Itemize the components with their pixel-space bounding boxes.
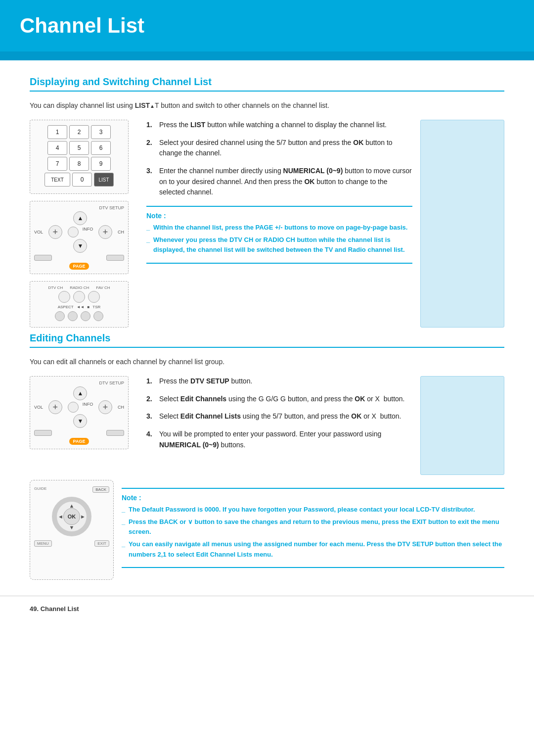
step1-1-text: Press the LIST button while watching a c…: [159, 120, 387, 131]
vol-label: VOL: [34, 230, 43, 235]
skip-label: ◄◄: [77, 305, 85, 309]
ok-nav-ring: ▲ ▼ ◄ ► OK: [52, 497, 91, 536]
section2-intro: You can edit all channels or each channe…: [30, 357, 504, 367]
step-num-1: 1.: [146, 120, 155, 131]
info-btn2: [68, 402, 79, 413]
info-label: INFO: [83, 227, 93, 237]
footer-text: 49. Channel List: [30, 605, 79, 613]
back-btn: BACK: [92, 486, 109, 493]
section1-steps: 1. Press the LIST button while watching …: [146, 120, 412, 328]
page-button: PAGE: [69, 263, 89, 270]
menu-btn: MENU: [34, 540, 52, 547]
up-arrow: ▲: [69, 503, 75, 509]
tsr-label: TSR: [92, 305, 100, 309]
remote-nav1: DTV SETUP VOL + ▲ INFO ▼ +: [30, 201, 129, 274]
skip-btn: [68, 311, 78, 321]
key-7: 7: [47, 157, 67, 171]
note-item-1-2: Whenever you press the DTV CH or RADIO C…: [146, 235, 412, 255]
key-9: 9: [91, 157, 111, 171]
section2-steps: 1. Press the DTV SETUP button. 2. Select…: [146, 376, 412, 475]
step2-num-4: 4.: [146, 429, 155, 450]
step1-1: 1. Press the LIST button while watching …: [146, 120, 412, 131]
nav-plus-right2: +: [98, 400, 112, 414]
footer: 49. Channel List: [0, 596, 534, 621]
aspect-label: ASPECT: [58, 305, 74, 309]
section1-note: Note : Within the channel list, press th…: [146, 206, 412, 263]
fav-ch-label: FAV CH: [96, 285, 110, 290]
dtv-setup-label2: DTV SETUP: [34, 380, 124, 385]
nav-plus-left: +: [48, 225, 62, 239]
nav-rect-left2: [34, 430, 52, 436]
fav-ch-btn: [88, 291, 100, 303]
tsr-btn: [93, 311, 103, 321]
header: Channel List: [0, 0, 534, 51]
step2-2-text: Select Edit Channels using the G G/G G b…: [159, 394, 405, 405]
exit-btn: EXIT: [94, 540, 109, 547]
radio-ch-btn: [73, 291, 85, 303]
step2-4-text: You will be prompted to enter your passw…: [159, 429, 412, 450]
rec-label: ■: [88, 305, 90, 309]
section1: Displaying and Switching Channel List Yo…: [30, 76, 504, 328]
remote-chbtns: DTV CH RADIO CH FAV CH ASPECT ◄◄ ■ TSR: [30, 281, 129, 328]
step2-num-2: 2.: [146, 394, 155, 405]
step2-num-3: 3.: [146, 411, 155, 422]
remote-images-col1: 1 2 3 4 5 6 7 8 9 TEXT: [30, 120, 138, 328]
blue-placeholder-2: [420, 376, 504, 475]
step2-num-1: 1.: [146, 376, 155, 387]
ch-label: CH: [118, 230, 124, 235]
vol-label2: VOL: [34, 405, 43, 410]
step-num-3: 3.: [146, 166, 155, 198]
page-button2: PAGE: [69, 438, 89, 445]
section1-heading: Displaying and Switching Channel List: [30, 76, 504, 92]
step2-1-text: Press the DTV SETUP button.: [159, 376, 252, 387]
nav-rect-right2: [106, 430, 124, 436]
step2-2: 2. Select Edit Channels using the G G/G …: [146, 394, 412, 405]
section1-intro: You can display channel list using LIST▲…: [30, 100, 504, 111]
dtv-ch-btn: [58, 291, 70, 303]
remote-numpad: 1 2 3 4 5 6 7 8 9 TEXT: [30, 120, 129, 194]
nav-down2: ▼: [73, 414, 87, 428]
step1-2: 2. Select your desired channel using the…: [146, 138, 412, 159]
step1-3: 3. Enter the channel number directly usi…: [146, 166, 412, 198]
guide-label: GUIDE: [34, 486, 46, 493]
nav-down: ▼: [73, 239, 87, 253]
dtv-ch-label: DTV CH: [48, 285, 63, 290]
key-list: LIST: [94, 173, 114, 187]
step2-4: 4. You will be prompted to enter your pa…: [146, 429, 412, 450]
remote-images-col2: DTV SETUP VOL + ▲ INFO ▼ +: [30, 376, 138, 475]
nav-plus-right: +: [98, 225, 112, 239]
note-label-1: Note :: [146, 212, 412, 220]
remote-nav2: DTV SETUP VOL + ▲ INFO ▼ +: [30, 376, 129, 449]
nav-rect-right: [106, 255, 124, 261]
step1-2-text: Select your desired channel using the 5/…: [159, 138, 412, 159]
key-8: 8: [69, 157, 89, 171]
left-arrow: ◄: [58, 514, 63, 520]
ok-btn: OK: [63, 508, 80, 525]
key-5: 5: [69, 141, 89, 155]
right-arrow: ►: [80, 514, 86, 520]
step1-3-text: Enter the channel number directly using …: [159, 166, 412, 198]
header-band: [0, 51, 534, 60]
key-3: 3: [91, 125, 111, 139]
key-4: 4: [47, 141, 67, 155]
nav-up2: ▲: [73, 386, 87, 400]
step2-1: 1. Press the DTV SETUP button.: [146, 376, 412, 387]
note2-item-1: The Default Password is 0000. If you hav…: [122, 505, 504, 515]
note2-item-2: Press the BACK or ∨ button to save the c…: [122, 517, 504, 537]
section2-note: Note : The Default Password is 0000. If …: [122, 488, 504, 568]
rec-btn: [81, 311, 90, 321]
step2-3: 3. Select Edit Channel Lists using the 5…: [146, 411, 412, 422]
nav-up: ▲: [73, 211, 87, 225]
key-1: 1: [47, 125, 67, 139]
step-num-2: 2.: [146, 138, 155, 159]
blue-placeholder-1: [420, 120, 504, 328]
dtv-setup-label: DTV SETUP: [34, 205, 124, 210]
key-text: TEXT: [44, 173, 70, 187]
note-label-2: Note :: [122, 494, 504, 502]
radio-ch-label: RADIO CH: [70, 285, 89, 290]
section2-heading: Editing Channels: [30, 332, 504, 348]
info-label2: INFO: [83, 402, 93, 413]
nav-rect-left: [34, 255, 52, 261]
step2-3-text: Select Edit Channel Lists using the 5/7 …: [159, 411, 401, 422]
down-arrow: ▼: [69, 524, 75, 530]
